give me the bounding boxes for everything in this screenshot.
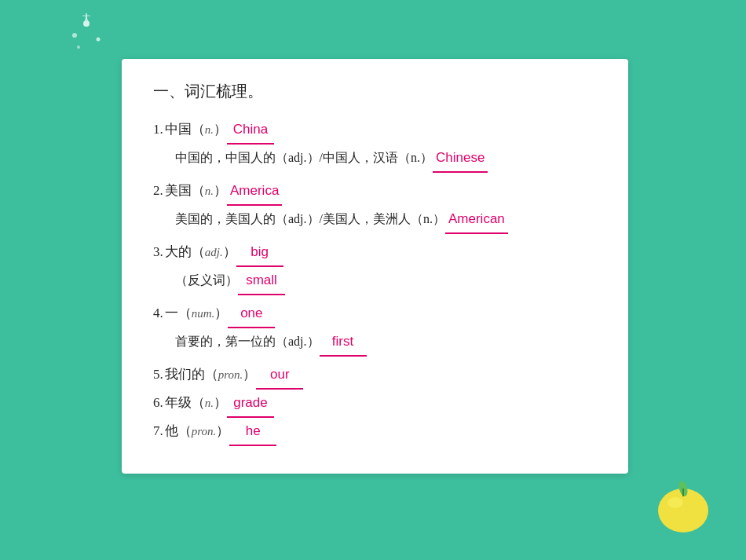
vocab-list: 1. 中国（n.） China 中国的，中国人的（adj.）/中国人，汉语（n.…: [153, 116, 597, 446]
number-7: 7.: [153, 418, 163, 445]
answer-7: he: [229, 418, 276, 446]
vocab-item-2: 2. 美国（n.） America 美国的，美国人的（adj.）/美国人，美洲人…: [153, 178, 597, 234]
vocab-line-2: 2. 美国（n.） America: [153, 178, 597, 206]
svg-point-3: [77, 46, 80, 49]
answer-2: America: [227, 178, 282, 206]
pos-1: n.: [205, 118, 214, 141]
sub-answer-2: American: [445, 206, 508, 234]
answer-6: grade: [227, 390, 274, 418]
sub-answer-4: first: [320, 328, 367, 357]
section-title: 一、词汇梳理。: [153, 81, 597, 102]
vocab-line-1: 1. 中国（n.） China: [153, 116, 597, 145]
number-1: 1.: [153, 116, 163, 143]
vocab-line-6: 6. 年级（n.） grade: [153, 390, 597, 418]
svg-point-2: [97, 38, 101, 42]
lemon-decoration: [652, 470, 715, 536]
sub-answer-1: Chinese: [433, 145, 488, 173]
vocab-item-3: 3. 大的（adj.） big （反义词） small: [153, 239, 597, 295]
number-5: 5.: [153, 361, 163, 388]
sub-line-2: 美国的，美国人的（adj.）/美国人，美洲人（n.） American: [153, 206, 597, 234]
number-2: 2.: [153, 178, 163, 204]
answer-1: China: [227, 116, 274, 145]
answer-3: big: [236, 239, 283, 267]
svg-point-1: [72, 33, 77, 38]
sub-answer-3: small: [238, 267, 285, 295]
answer-5: our: [256, 361, 303, 390]
content-card: 一、词汇梳理。 1. 中国（n.） China 中国的，中国人的（adj.）/中…: [122, 59, 628, 474]
svg-point-8: [667, 497, 683, 508]
svg-point-0: [83, 20, 90, 27]
number-4: 4.: [153, 300, 163, 327]
vocab-line-7: 7. 他（pron.） he: [153, 418, 597, 446]
vocab-line-3: 3. 大的（adj.） big: [153, 239, 597, 267]
sub-line-4: 首要的，第一位的（adj.） first: [153, 328, 597, 357]
answer-4: one: [228, 300, 275, 328]
sub-line-1: 中国的，中国人的（adj.）/中国人，汉语（n.） Chinese: [153, 145, 597, 173]
vocab-item-4: 4. 一（num.） one 首要的，第一位的（adj.） first: [153, 300, 597, 357]
vocab-item-1: 1. 中国（n.） China 中国的，中国人的（adj.）/中国人，汉语（n.…: [153, 116, 597, 173]
sparkle-decoration: [63, 12, 110, 59]
vocab-item-5: 5. 我们的（pron.） our: [153, 361, 597, 390]
label-1: 中国（: [165, 116, 205, 143]
vocab-line-5: 5. 我们的（pron.） our: [153, 361, 597, 390]
number-6: 6.: [153, 390, 163, 416]
sub-line-3: （反义词） small: [153, 267, 597, 295]
vocab-item-7: 7. 他（pron.） he: [153, 418, 597, 446]
number-3: 3.: [153, 239, 163, 265]
vocab-line-4: 4. 一（num.） one: [153, 300, 597, 328]
vocab-item-6: 6. 年级（n.） grade: [153, 390, 597, 418]
